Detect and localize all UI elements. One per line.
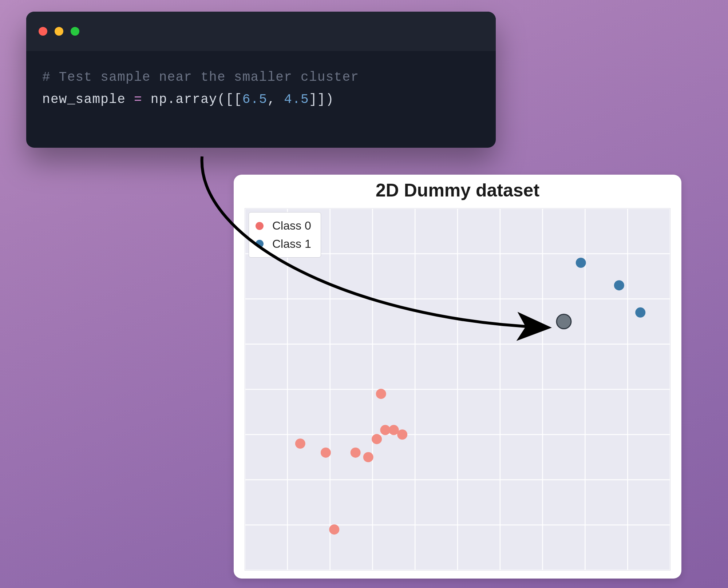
window-titlebar [26,12,496,51]
code-eq: = [134,92,142,107]
code-body: # Test sample near the smaller cluster n… [26,51,496,111]
code-call-suffix: ]]) [309,92,334,107]
dot-icon [256,222,264,230]
code-comment: # Test sample near the smaller cluster [42,70,359,85]
legend-label: Class 1 [272,235,311,253]
code-comma: , [267,92,284,107]
code-block: # Test sample near the smaller cluster n… [42,66,480,111]
code-var: new_sample [42,92,126,107]
scatter-point [321,448,331,458]
scatter-point [376,389,386,399]
code-window: # Test sample near the smaller cluster n… [26,12,496,148]
scatter-point [576,258,586,268]
code-num1: 6.5 [242,92,268,107]
scatter-point [372,434,382,444]
chart-panel: 2D Dummy dataset Class 0 Class 1 [234,175,681,579]
plot-area: Class 0 Class 1 [245,208,670,571]
scatter-point [351,448,361,458]
scatter-point [295,438,305,449]
maximize-icon[interactable] [71,27,79,36]
scatter-point [635,307,645,318]
close-icon[interactable] [39,27,47,36]
legend: Class 0 Class 1 [249,212,321,258]
minimize-icon[interactable] [55,27,63,36]
scatter-plot [245,208,670,570]
legend-label: Class 0 [272,217,311,235]
stage: # Test sample near the smaller cluster n… [0,0,728,588]
scatter-point [614,280,624,290]
scatter-point [397,429,407,440]
legend-item-class1: Class 1 [256,235,311,253]
code-num2: 4.5 [284,92,309,107]
legend-item-class0: Class 0 [256,217,311,235]
dot-icon [256,240,264,248]
scatter-point [363,452,373,462]
chart-title: 2D Dummy dataset [234,180,681,207]
code-call-prefix: np.array([[ [151,92,242,107]
scatter-point [329,524,339,535]
